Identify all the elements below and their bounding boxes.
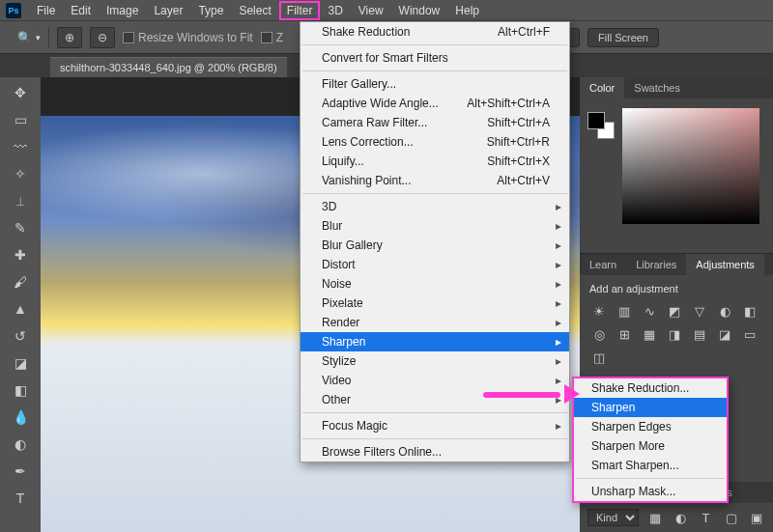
- pen-tool[interactable]: ✒: [6, 460, 35, 483]
- zoom-all-checkbox[interactable]: Z: [261, 31, 283, 44]
- blur-tool[interactable]: 💧: [6, 406, 35, 429]
- dodge-tool[interactable]: ◐: [6, 433, 35, 456]
- layer-kind-select[interactable]: Kind: [587, 509, 639, 526]
- menu-type[interactable]: Type: [190, 1, 231, 20]
- fg-bg-swatch[interactable]: [587, 112, 615, 139]
- menu-camera-raw[interactable]: Camera Raw Filter...Shift+Ctrl+A: [301, 113, 569, 132]
- eraser-tool[interactable]: ◪: [6, 351, 35, 375]
- menu-lens-correction[interactable]: Lens Correction...Shift+Ctrl+R: [301, 132, 569, 152]
- selective-color-icon[interactable]: ◫: [589, 349, 609, 366]
- submenu-distort[interactable]: Distort: [301, 255, 569, 274]
- menu-vanishing-point[interactable]: Vanishing Point...Alt+Ctrl+V: [301, 171, 569, 190]
- brush-tool[interactable]: 🖌: [6, 270, 35, 294]
- menu-edit[interactable]: Edit: [63, 1, 99, 20]
- menu-layer[interactable]: Layer: [146, 1, 190, 20]
- stamp-tool[interactable]: ▲: [6, 297, 35, 321]
- menu-item-shortcut: Alt+Ctrl+F: [498, 25, 550, 39]
- menu-window[interactable]: Window: [391, 1, 448, 20]
- filter-pixel-icon[interactable]: ▦: [646, 509, 664, 526]
- tab-libraries[interactable]: Libraries: [626, 254, 686, 275]
- fill-screen-button[interactable]: Fill Screen: [587, 28, 659, 47]
- menu-convert-smart[interactable]: Convert for Smart Filters: [301, 48, 569, 68]
- tab-swatches[interactable]: Swatches: [624, 77, 690, 98]
- curves-icon[interactable]: ∿: [640, 302, 659, 320]
- menu-last-filter[interactable]: Shake Reduction Alt+Ctrl+F: [301, 22, 569, 42]
- posterize-icon[interactable]: ▤: [690, 325, 709, 343]
- stamp-icon: ▲: [14, 301, 27, 317]
- sharpen-shake-reduction[interactable]: Shake Reduction...: [574, 378, 727, 398]
- tab-adjustments[interactable]: Adjustments: [686, 254, 764, 275]
- hue-icon[interactable]: ◐: [715, 302, 734, 320]
- resize-windows-checkbox[interactable]: Resize Windows to Fit: [123, 31, 253, 44]
- menu-item-label: Noise: [322, 277, 352, 291]
- heal-tool[interactable]: ✚: [6, 243, 35, 266]
- filter-smart-icon[interactable]: ▣: [748, 509, 765, 526]
- app-logo: Ps: [6, 3, 21, 18]
- menu-select[interactable]: Select: [231, 1, 278, 20]
- document-tab[interactable]: schilthorn-3033448_640.jpg @ 200% (RGB/8…: [50, 57, 287, 77]
- invert-icon[interactable]: ◨: [665, 325, 684, 343]
- submenu-stylize[interactable]: Stylize: [301, 351, 569, 371]
- color-lookup-icon[interactable]: ▦: [640, 325, 659, 343]
- sharpen-sharpen[interactable]: Sharpen: [574, 398, 727, 417]
- channel-mixer-icon[interactable]: ⊞: [615, 325, 634, 343]
- brightness-icon[interactable]: ☀: [589, 302, 609, 320]
- sharpen-edges[interactable]: Sharpen Edges: [574, 417, 727, 436]
- zoom-out-button[interactable]: ⊖: [90, 27, 115, 48]
- menu-separator: [302, 438, 567, 439]
- menu-item-shortcut: Shift+Ctrl+X: [487, 154, 550, 168]
- submenu-3d[interactable]: 3D: [301, 197, 569, 216]
- levels-icon[interactable]: ▥: [615, 302, 634, 320]
- submenu-render[interactable]: Render: [301, 313, 569, 332]
- smart-sharpen[interactable]: Smart Sharpen...: [574, 456, 727, 475]
- history-brush-tool[interactable]: ↺: [6, 324, 35, 348]
- lasso-tool[interactable]: 〰: [6, 135, 35, 158]
- menu-image[interactable]: Image: [99, 1, 146, 20]
- magic-wand-tool[interactable]: ✧: [6, 162, 35, 185]
- filter-type-icon[interactable]: T: [697, 509, 714, 526]
- submenu-video[interactable]: Video: [301, 371, 569, 390]
- eyedropper-tool[interactable]: ✎: [6, 216, 35, 239]
- submenu-noise[interactable]: Noise: [301, 274, 569, 294]
- marquee-tool[interactable]: ▭: [6, 108, 35, 131]
- marquee-icon: ▭: [14, 112, 27, 127]
- gradient-tool[interactable]: ◧: [6, 378, 35, 402]
- menu-liquify[interactable]: Liquify...Shift+Ctrl+X: [301, 152, 569, 171]
- tab-learn[interactable]: Learn: [580, 254, 626, 275]
- menu-focus-magic[interactable]: Focus Magic: [301, 416, 569, 435]
- menu-view[interactable]: View: [351, 1, 391, 20]
- sharpen-more[interactable]: Sharpen More: [574, 436, 727, 456]
- menu-adaptive-wide-angle[interactable]: Adaptive Wide Angle...Alt+Shift+Ctrl+A: [301, 94, 569, 113]
- submenu-blur[interactable]: Blur: [301, 216, 569, 236]
- submenu-pixelate[interactable]: Pixelate: [301, 294, 569, 313]
- bw-icon[interactable]: ◧: [740, 302, 759, 320]
- tab-color[interactable]: Color: [580, 77, 624, 98]
- photo-filter-icon[interactable]: ◎: [589, 325, 609, 343]
- unsharp-mask[interactable]: Unsharp Mask...: [574, 482, 727, 501]
- filter-adjust-icon[interactable]: ◐: [672, 509, 689, 526]
- submenu-other[interactable]: Other: [301, 390, 569, 409]
- menu-item-label: Browse Filters Online...: [322, 445, 442, 459]
- move-tool[interactable]: ✥: [6, 81, 35, 104]
- menu-file[interactable]: File: [29, 1, 63, 20]
- exposure-icon[interactable]: ◩: [665, 302, 684, 320]
- type-tool[interactable]: T: [6, 487, 35, 510]
- menu-help[interactable]: Help: [447, 1, 487, 20]
- adjust-panel-tabs: Learn Libraries Adjustments: [580, 254, 773, 275]
- menu-filter-gallery[interactable]: Filter Gallery...: [301, 74, 569, 94]
- menu-item-label: Camera Raw Filter...: [322, 116, 427, 129]
- sharpen-submenu: Shake Reduction... Sharpen Sharpen Edges…: [572, 377, 729, 503]
- vibrance-icon[interactable]: ▽: [690, 302, 709, 320]
- zoom-in-button[interactable]: ⊕: [57, 27, 82, 48]
- filter-shape-icon[interactable]: ▢: [723, 509, 740, 526]
- menu-filter[interactable]: Filter: [279, 1, 321, 20]
- zoom-tool-indicator[interactable]: 🔍 ▾: [17, 31, 41, 44]
- menu-3d[interactable]: 3D: [320, 1, 350, 20]
- threshold-icon[interactable]: ◪: [715, 325, 734, 343]
- menu-browse-filters[interactable]: Browse Filters Online...: [301, 442, 569, 462]
- crop-tool[interactable]: ⟂: [6, 189, 35, 212]
- submenu-blur-gallery[interactable]: Blur Gallery: [301, 236, 569, 255]
- color-picker-gradient[interactable]: [622, 108, 759, 224]
- gradient-map-icon[interactable]: ▭: [740, 325, 759, 343]
- submenu-sharpen[interactable]: Sharpen: [301, 332, 569, 351]
